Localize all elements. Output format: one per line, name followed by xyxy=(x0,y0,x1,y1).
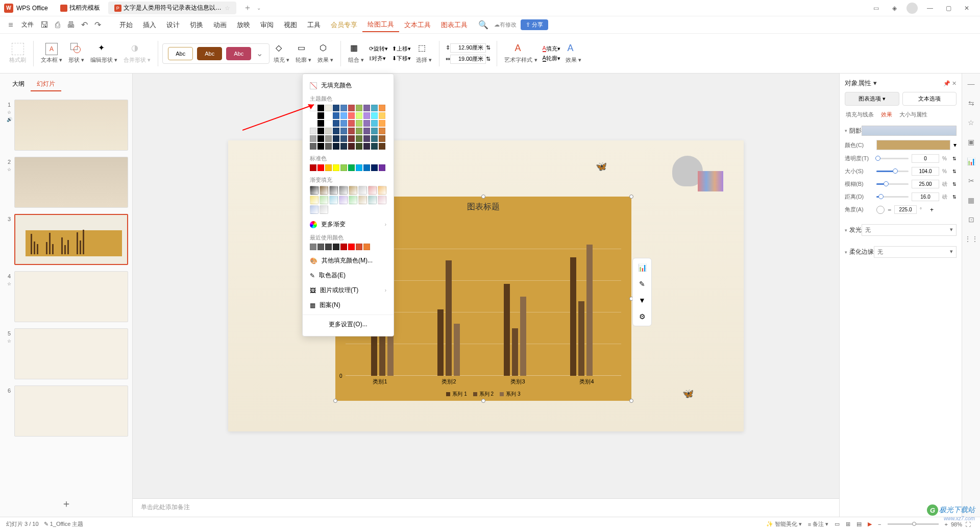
gradient-swatch[interactable] xyxy=(320,186,328,195)
menu-design[interactable]: 设计 xyxy=(161,18,185,32)
move-up-button[interactable]: ⬆ 上移 ▾ xyxy=(390,44,413,54)
color-swatch[interactable] xyxy=(333,143,339,150)
wordart-button[interactable]: A 艺术字样式 ▾ xyxy=(504,43,537,64)
chart-elements-icon[interactable]: 📊 xyxy=(635,260,649,275)
gradient-swatch[interactable] xyxy=(378,186,386,195)
redo-icon[interactable]: ↷ xyxy=(93,20,102,30)
shadow-preset[interactable] xyxy=(862,126,957,136)
reading-mode-icon[interactable]: ▭ xyxy=(867,2,885,14)
color-swatch[interactable] xyxy=(363,143,370,150)
outline-button[interactable]: ▭ 轮廓 ▾ xyxy=(296,43,311,64)
menu-draw-tools[interactable]: 绘图工具 xyxy=(362,18,399,32)
menu-text-tools[interactable]: 文本工具 xyxy=(399,18,436,32)
style-preset-1[interactable]: Abc xyxy=(168,47,193,60)
color-swatch[interactable] xyxy=(317,135,324,142)
gradient-swatch[interactable] xyxy=(349,196,357,204)
select-button[interactable]: ⬚ 选择 ▾ xyxy=(416,43,432,64)
glow-section[interactable]: 发光无▾ xyxy=(845,222,957,238)
color-swatch[interactable] xyxy=(310,135,316,142)
height-input[interactable] xyxy=(450,43,486,53)
strip-tools-icon[interactable]: ✂ xyxy=(966,176,976,186)
color-swatch[interactable] xyxy=(356,135,362,142)
color-swatch[interactable] xyxy=(325,120,332,127)
slide-thumb-3[interactable] xyxy=(14,214,128,265)
view-slideshow-icon[interactable]: ▶ xyxy=(865,521,875,527)
color-swatch[interactable] xyxy=(310,128,316,134)
color-swatch[interactable] xyxy=(333,135,339,142)
color-swatch[interactable] xyxy=(379,143,385,150)
sub-effect[interactable]: 效果 xyxy=(881,111,892,118)
sub-size[interactable]: 大小与属性 xyxy=(899,111,927,118)
gradient-swatch[interactable] xyxy=(349,186,357,195)
color-swatch[interactable] xyxy=(317,244,324,250)
stepper[interactable]: ⇅ xyxy=(952,169,957,174)
gradient-swatch[interactable] xyxy=(358,186,367,195)
strip-history-icon[interactable]: ⊡ xyxy=(966,214,976,225)
glow-select[interactable]: 无▾ xyxy=(862,224,957,236)
slide-thumb-4[interactable] xyxy=(14,271,128,322)
gradient-swatch[interactable] xyxy=(310,186,318,195)
color-swatch[interactable] xyxy=(348,128,355,134)
color-swatch[interactable] xyxy=(325,135,332,142)
prop-tab-chart[interactable]: 图表选项 ▾ xyxy=(845,92,899,106)
gradient-swatch[interactable] xyxy=(368,196,377,204)
strip-more-icon[interactable]: ⋮⋮ xyxy=(966,234,976,244)
sub-fill-line[interactable]: 填充与线条 xyxy=(846,111,874,118)
color-swatch[interactable] xyxy=(356,120,362,127)
color-swatch[interactable] xyxy=(348,120,355,127)
color-swatch[interactable] xyxy=(340,128,347,134)
color-swatch[interactable] xyxy=(340,105,347,111)
color-swatch[interactable] xyxy=(310,105,316,111)
size-value[interactable] xyxy=(912,167,939,176)
color-swatch[interactable] xyxy=(317,164,324,171)
color-swatch[interactable] xyxy=(340,120,347,127)
chart-edit-icon[interactable]: ✎ xyxy=(635,277,649,291)
color-swatch[interactable] xyxy=(348,143,355,150)
fit-screen-icon[interactable]: ⛶ xyxy=(962,521,974,527)
style-more[interactable]: ⌄ xyxy=(253,49,266,58)
pattern-item[interactable]: ▦图案(N) xyxy=(303,298,394,312)
menu-animation[interactable]: 动画 xyxy=(208,18,232,32)
tab-document[interactable]: P 文字是人类用符号记录表达信息以… ☆ xyxy=(108,2,236,14)
color-swatch[interactable] xyxy=(325,244,332,250)
color-swatch[interactable] xyxy=(356,112,362,119)
gradient-swatch[interactable] xyxy=(310,205,318,214)
gradient-swatch[interactable] xyxy=(339,186,348,195)
textbox-button[interactable]: A 文本框 ▾ xyxy=(41,43,62,64)
text-effect-button[interactable]: A 效果 ▾ xyxy=(566,43,581,64)
view-sorter-icon[interactable]: ⊞ xyxy=(843,521,853,527)
close-button[interactable]: ✕ xyxy=(958,2,976,14)
color-swatch[interactable] xyxy=(333,120,339,127)
color-swatch[interactable] xyxy=(356,105,362,111)
add-slide-button[interactable]: ＋ xyxy=(0,491,132,517)
more-settings-item[interactable]: 更多设置(O)... xyxy=(303,317,394,332)
gradient-swatch[interactable] xyxy=(320,196,328,204)
slides-tab[interactable]: 幻灯片 xyxy=(31,78,61,91)
maximize-button[interactable]: ▢ xyxy=(939,2,958,14)
menu-member[interactable]: 会员专享 xyxy=(326,18,362,32)
add-tab-button[interactable]: ＋ xyxy=(238,1,257,15)
color-swatch[interactable] xyxy=(363,112,370,119)
minimize-button[interactable]: — xyxy=(921,2,939,14)
zoom-value[interactable]: 98% xyxy=(951,521,962,527)
angle-minus[interactable]: − xyxy=(888,206,891,213)
gradient-swatch[interactable] xyxy=(358,196,367,204)
color-swatch[interactable] xyxy=(356,164,362,171)
menu-transition[interactable]: 切换 xyxy=(185,18,208,32)
color-swatch[interactable] xyxy=(348,112,355,119)
tab-templates[interactable]: 找稻壳模板 xyxy=(54,2,106,14)
gradient-swatch[interactable] xyxy=(378,196,386,204)
color-swatch[interactable] xyxy=(363,128,370,134)
height-stepper[interactable]: ⇅ xyxy=(486,44,491,51)
view-reading-icon[interactable]: ▤ xyxy=(853,521,865,527)
menu-start[interactable]: 开始 xyxy=(114,18,138,32)
color-swatch[interactable] xyxy=(348,244,355,250)
size-slider[interactable] xyxy=(876,171,909,172)
color-swatch[interactable] xyxy=(317,112,324,119)
stepper[interactable]: ⇅ xyxy=(952,195,957,200)
expand-icon[interactable]: ☆ xyxy=(7,110,11,115)
chart-filter-icon[interactable]: ▼ xyxy=(635,293,649,307)
tab-dropdown[interactable]: ⌄ xyxy=(257,5,261,11)
chart-settings-icon[interactable]: ⚙ xyxy=(635,309,649,324)
eyedropper-item[interactable]: ✎取色器(E) xyxy=(303,268,394,283)
